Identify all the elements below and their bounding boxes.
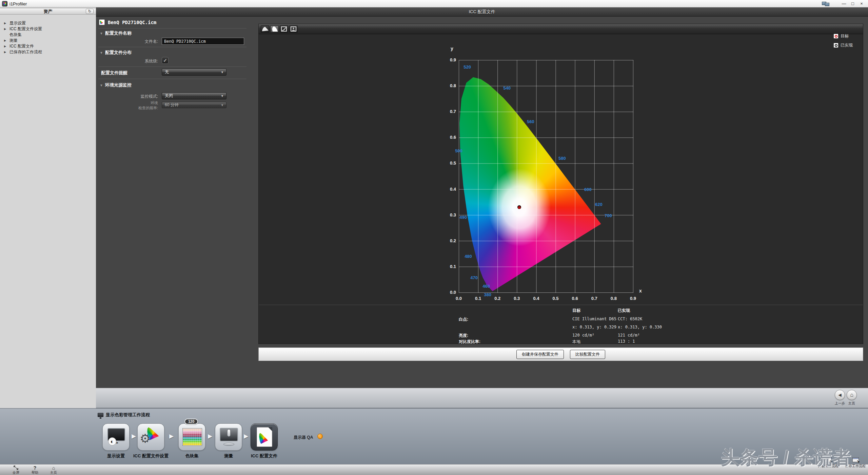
y-tick-label: 0.4 (441, 187, 456, 192)
workflow-header: 显示色彩管理工作流程 (106, 412, 150, 418)
wavelength-label-500: 500 (452, 148, 466, 153)
sidebar-item-显示设置[interactable]: ▶显示设置 (0, 20, 96, 26)
monitor-mode-label: 监控模式: (98, 94, 158, 99)
section-profile-distribution[interactable]: ▼ 配置文件分布 (100, 50, 132, 56)
close-button[interactable]: × (858, 1, 865, 7)
wavelength-label-700: 700 (601, 213, 615, 218)
system-level-checkbox[interactable]: ✓ (162, 57, 169, 64)
divider (259, 305, 863, 305)
tree-expand-icon[interactable]: ▶ (4, 39, 9, 42)
x-axis-name: x (639, 288, 642, 293)
sidebar-item-label: 色块集 (9, 32, 22, 38)
fullscreen-control[interactable]: 全屏 (6, 466, 25, 475)
y-tick-label: 0.9 (441, 57, 456, 62)
legend-label: 已实现 (841, 42, 853, 48)
system-level-label: 系统级: (98, 58, 158, 64)
workflow-step-显示设置[interactable]: ◐ (102, 423, 130, 451)
tree-expand-icon[interactable]: ▶ (4, 22, 9, 25)
gear-icon: ⚙ (140, 433, 151, 445)
x-tick-label: 0.4 (529, 296, 543, 301)
previous-step-button[interactable]: ◀ (835, 390, 845, 400)
collapse-arrow-icon[interactable]: ▼ (100, 51, 103, 55)
monitor-mode-dropdown[interactable]: 关闭 ▼ (162, 92, 226, 99)
color-patches-icon (182, 428, 202, 446)
compare-profile-button[interactable]: 比较配置文件 (570, 350, 605, 359)
filename-input[interactable] (162, 38, 244, 45)
x-tick-label: 0.6 (568, 296, 582, 301)
chart-mode-gamut3d-icon[interactable] (261, 25, 269, 33)
sidebar-item-label: ICC 配置文件 (9, 43, 34, 49)
qa-arrow-icon[interactable]: → (317, 434, 323, 439)
collapse-arrow-icon[interactable]: ▼ (100, 83, 103, 87)
y-tick-label: 0.5 (441, 160, 456, 166)
workflow-step-测量[interactable] (215, 423, 242, 451)
chevron-down-icon: ▼ (221, 71, 224, 74)
home-button[interactable]: ⌂ (847, 390, 857, 400)
wavelength-label-480: 480 (461, 254, 475, 259)
frequency-dropdown[interactable]: 60 分钟 ▼ (162, 102, 226, 108)
profile-reminder-dropdown[interactable]: 无 ▼ (162, 69, 226, 76)
x-tick-label: 0.7 (588, 296, 601, 301)
y-tick-label: 0.3 (441, 212, 456, 217)
create-save-profile-button[interactable]: 创建并保存配置文件 (516, 350, 564, 359)
monitor-icon (825, 3, 829, 6)
home-control[interactable]: ⌂ 主页 (44, 466, 63, 475)
sidebar-item-label: 测量 (9, 38, 18, 43)
chromaticity-diagram (459, 60, 633, 292)
chart-mode-image-icon[interactable] (289, 25, 298, 33)
monitor-stand-icon (223, 443, 234, 446)
x-tick-label: 0.8 (607, 296, 620, 301)
y-tick-label: 0.7 (441, 109, 456, 114)
collapse-arrow-icon[interactable]: ▼ (100, 32, 103, 35)
sidebar-item-色块集[interactable]: 色块集 (0, 32, 96, 38)
x-tick-label: 0.0 (452, 296, 466, 301)
frequency-label-line2: 检查的频率: (121, 106, 158, 111)
x-tick-label: 0.5 (549, 296, 563, 301)
section-title: 配置文件名称 (105, 30, 132, 36)
maximize-button[interactable]: □ (849, 1, 856, 7)
action-button-strip: 创建并保存配置文件 比较配置文件 (258, 347, 863, 361)
divider (98, 28, 246, 28)
section-title: 环境光源监控 (105, 82, 132, 88)
app-title: i1Profiler (9, 1, 27, 6)
tree-expand-icon[interactable]: ▶ (4, 51, 9, 54)
sidebar-header: 资产 (0, 8, 96, 15)
chart-legend: 目标 已实现 (834, 33, 853, 52)
tree-expand-icon[interactable]: ▶ (4, 27, 9, 31)
refresh-button[interactable]: ↻ (86, 9, 94, 14)
dropdown-value: 关闭 (165, 93, 173, 99)
colorimeter-icon (227, 429, 231, 437)
divider (98, 66, 246, 67)
workflow-arrow-icon: ▶ (244, 433, 248, 440)
x-tick-label: 0.3 (510, 296, 524, 301)
patch-count-badge: 120 (184, 419, 198, 424)
sidebar-item-ICC 配置文件设置[interactable]: ▶ICC 配置文件设置 (0, 26, 96, 32)
workflow-step-ICC 配置文件[interactable] (251, 423, 278, 451)
chart-mode-chromaticity-icon[interactable] (270, 25, 279, 33)
brightness-icon: ◐ (108, 437, 116, 445)
display-qa-label: 显示器 QA (294, 435, 313, 440)
sidebar-item-已保存的工作流程[interactable]: ▶已保存的工作流程 (0, 49, 96, 55)
wavelength-label-520: 520 (460, 64, 474, 70)
section-ambient-light[interactable]: ▼ 环境光源监控 (100, 82, 132, 88)
workflow-step-色块集[interactable] (178, 423, 205, 451)
y-tick-label: 0.2 (441, 238, 456, 243)
minimize-button[interactable]: — (840, 1, 848, 7)
wavelength-label-470: 470 (467, 275, 481, 280)
help-control[interactable]: ? 帮助 (25, 466, 44, 475)
chart-mode-curve-icon[interactable] (280, 25, 288, 33)
tree-expand-icon[interactable]: ▶ (4, 45, 9, 48)
sidebar-item-ICC 配置文件[interactable]: ▶ICC 配置文件 (0, 43, 96, 49)
achieved-luminance: 121 cd/m² (618, 333, 640, 338)
assets-sidebar: 资产 ↻ ▶显示设置▶ICC 配置文件设置色块集▶测量▶ICC 配置文件▶已保存… (0, 7, 96, 408)
wavelength-label-540: 540 (500, 86, 514, 91)
workflow-step-label: ICC 配置文件 (234, 453, 295, 459)
workflow-arrow-icon: ▶ (208, 433, 212, 440)
profile-reminder-label: 配置文件提醒 (101, 70, 127, 76)
workflow-step-ICC 配置文件设置[interactable]: ⚙ (137, 423, 164, 451)
section-profile-name[interactable]: ▼ 配置文件名称 (100, 30, 132, 36)
sidebar-item-测量[interactable]: ▶测量 (0, 38, 96, 43)
workflow-arrow-icon: ▶ (132, 433, 136, 440)
help-icon: ? (25, 466, 44, 470)
watermark: 头条号 / 杀谎者 (721, 445, 851, 470)
